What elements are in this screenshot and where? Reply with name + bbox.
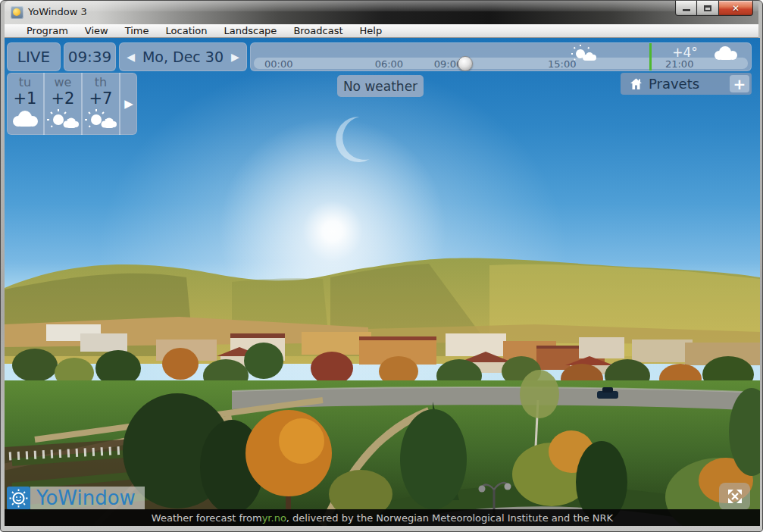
maximize-icon: [704, 5, 711, 11]
window-title: YoWindow 3: [28, 6, 87, 17]
current-time-marker: [649, 43, 652, 70]
minimize-icon: [683, 9, 690, 11]
time-slider[interactable]: 00:00 06:00 09:00 15:00 21:00 +4°: [250, 42, 752, 71]
day-label: tu: [19, 76, 31, 89]
minimize-button[interactable]: [675, 1, 697, 16]
date-label: Mo, Dec 30: [142, 49, 224, 65]
tick-2100: 21:00: [665, 58, 693, 70]
add-location-button[interactable]: +: [730, 75, 749, 92]
next-day-icon[interactable]: ▶: [231, 51, 239, 63]
app-window: YoWindow 3 ✕ Program View Time Location …: [0, 0, 763, 532]
tick-0600: 06:00: [375, 58, 403, 70]
weather-scene: LIVE 09:39 ◀ Mo, Dec 30 ▶ 00:00 06:00 09…: [5, 38, 760, 526]
forecast-expand-icon[interactable]: ▶: [120, 73, 137, 135]
forecast-day-thursday[interactable]: th +7: [83, 73, 120, 135]
close-button[interactable]: ✕: [719, 1, 753, 16]
menu-bar: Program View Time Location Landscape Bro…: [5, 24, 758, 38]
yowindow-wordmark: YoWindow: [30, 487, 145, 510]
day-temp: +1: [14, 89, 37, 108]
date-selector: ◀ Mo, Dec 30 ▶: [119, 42, 247, 71]
toolbar: LIVE 09:39 ◀ Mo, Dec 30 ▶ 00:00 06:00 09…: [7, 42, 752, 71]
day-label: we: [55, 76, 72, 89]
credit-prefix: Weather forecast from: [152, 512, 262, 524]
menu-help[interactable]: Help: [352, 25, 391, 36]
forecast-day-tuesday[interactable]: tu +1: [7, 73, 45, 135]
prev-day-icon[interactable]: ◀: [127, 51, 135, 63]
time-slider-knob[interactable]: [458, 56, 473, 71]
day-label: th: [95, 76, 107, 89]
status-badge: No weather: [337, 75, 424, 97]
live-button[interactable]: LIVE: [7, 42, 61, 71]
moon-icon: [336, 117, 370, 162]
location-bar[interactable]: Pravets +: [621, 73, 752, 95]
location-name: Pravets: [649, 76, 730, 92]
forecast-day-wednesday[interactable]: we +2: [45, 73, 83, 135]
cloud-icon: [10, 109, 40, 129]
partly-cloudy-icon: [571, 45, 596, 61]
credit-bar: Weather forecast from yr.no , delivered …: [5, 509, 760, 526]
yrno-link[interactable]: yr.no: [262, 512, 286, 524]
window-controls: ✕: [675, 1, 753, 16]
partly-cloudy-icon: [47, 109, 79, 129]
titlebar[interactable]: YoWindow 3 ✕: [5, 1, 758, 24]
fullscreen-button[interactable]: [719, 483, 750, 510]
home-icon: [630, 78, 643, 90]
close-icon: ✕: [732, 3, 740, 14]
menu-landscape[interactable]: Landscape: [216, 25, 286, 36]
app-icon: [11, 6, 23, 19]
day-temp: +7: [89, 89, 113, 108]
forecast-panel: tu +1 we +2 th +7: [7, 73, 137, 135]
sun-icon: [13, 8, 20, 16]
credit-suffix: , delivered by the Norwegian Meteorologi…: [286, 512, 613, 524]
fullscreen-icon: [726, 487, 744, 505]
tick-0000: 00:00: [264, 58, 292, 70]
partly-cloudy-icon: [85, 109, 117, 129]
cloud-icon: [712, 45, 740, 61]
yowindow-logo[interactable]: YoWindow: [7, 486, 145, 510]
menu-program[interactable]: Program: [18, 25, 77, 36]
clock-display[interactable]: 09:39: [64, 42, 116, 71]
menu-broadcast[interactable]: Broadcast: [285, 25, 351, 36]
menu-view[interactable]: View: [77, 25, 117, 36]
menu-time[interactable]: Time: [117, 25, 158, 36]
current-temp: +4°: [672, 45, 698, 60]
yowindow-sun-icon: [7, 487, 30, 510]
day-temp: +2: [52, 89, 75, 108]
maximize-button[interactable]: [697, 1, 719, 16]
menu-location[interactable]: Location: [158, 25, 216, 36]
